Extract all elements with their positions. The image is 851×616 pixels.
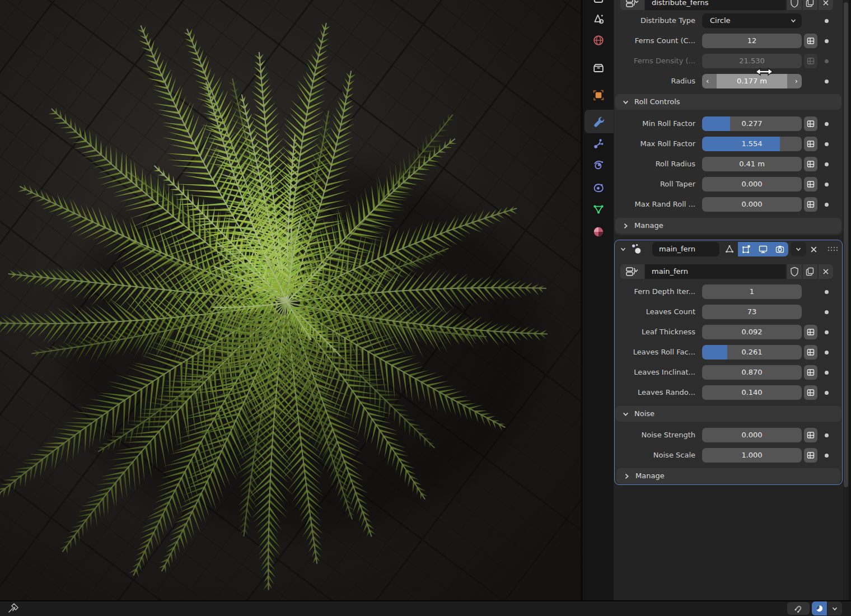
decorator-dot[interactable] [825, 142, 829, 146]
leaves-roll-slider[interactable]: 0.261 [702, 345, 802, 360]
input-attribute-toggle[interactable] [804, 116, 817, 131]
duplicate-data-button[interactable] [803, 0, 817, 10]
manage-header-main-fern[interactable]: Manage [616, 468, 840, 484]
on-cage-display-toggle-on[interactable] [738, 242, 755, 256]
material-tab-icon[interactable] [592, 225, 605, 239]
fern-depth-field[interactable]: 1 [702, 284, 802, 299]
modifier-name-field[interactable]: main_fern [652, 242, 719, 256]
object-data-tab-icon[interactable] [592, 203, 605, 216]
decorator-dot[interactable] [825, 80, 829, 83]
fake-user-shield-button[interactable] [787, 0, 802, 10]
object-tab-icon[interactable] [592, 88, 605, 102]
decorator-dot[interactable] [825, 162, 829, 166]
input-attribute-toggle[interactable] [804, 385, 817, 400]
particles-tab-icon[interactable] [592, 137, 605, 151]
unlink-node-group-button[interactable] [819, 0, 833, 10]
attribute-icon [806, 348, 815, 357]
distribute-type-dropdown[interactable]: Circle [702, 13, 802, 28]
input-attribute-toggle[interactable] [804, 325, 817, 339]
input-attribute-toggle[interactable] [804, 157, 817, 171]
node-tree-selector-button[interactable] [620, 0, 644, 10]
view-layer-tab-icon[interactable] [592, 0, 605, 6]
slider-right-arrow[interactable]: › [795, 74, 798, 88]
decorator-dot[interactable] [825, 330, 829, 334]
shield-icon [790, 0, 799, 8]
input-attribute-toggle[interactable] [804, 448, 817, 463]
render-display-toggle-on[interactable] [771, 242, 788, 256]
noise-header[interactable]: Noise [615, 406, 841, 422]
leaves-count-field[interactable]: 73 [702, 305, 802, 319]
scene-tab-icon[interactable] [592, 12, 605, 26]
leaves-inclination-row: Leaves Inclinat... 0.870 [616, 365, 841, 380]
leaf-thickness-label: Leaf Thickness [616, 325, 695, 339]
node-group-name-field[interactable]: distribute_ferns [645, 0, 786, 10]
leaf-thickness-field[interactable]: 0.092 [702, 325, 802, 339]
roll-controls-header[interactable]: Roll Controls [615, 94, 841, 110]
decorator-dot[interactable] [825, 454, 829, 458]
scrollbar-thumb[interactable] [844, 2, 848, 487]
decorator-dot[interactable] [825, 310, 829, 314]
decorator-dot[interactable] [825, 351, 829, 354]
attribute-icon [806, 200, 815, 209]
unlink-node-group-button[interactable] [819, 264, 833, 279]
leaves-randomize-field[interactable]: 0.140 [702, 385, 802, 400]
roll-taper-row: Roll Taper 0.000 [616, 177, 841, 192]
edit-mode-display-toggle[interactable] [721, 242, 738, 256]
noise-scale-field[interactable]: 1.000 [702, 448, 802, 463]
input-attribute-toggle[interactable] [804, 345, 817, 360]
input-attribute-toggle[interactable] [804, 428, 817, 442]
leaf-thickness-row: Leaf Thickness 0.092 [616, 325, 841, 339]
world-tab-icon[interactable] [592, 34, 605, 47]
physics-tab-icon[interactable] [592, 158, 605, 172]
node-group-name-field[interactable]: main_fern [645, 264, 786, 279]
close-icon [822, 268, 829, 275]
roll-taper-field[interactable]: 0.000 [702, 177, 802, 192]
decorator-dot[interactable] [825, 122, 829, 126]
pin-icon[interactable] [7, 603, 20, 615]
decorator-dot[interactable] [825, 433, 829, 437]
roll-taper-label: Roll Taper [616, 177, 695, 192]
leaves-inclination-field[interactable]: 0.870 [702, 365, 802, 380]
input-attribute-toggle[interactable] [804, 177, 817, 192]
decorator-dot[interactable] [825, 371, 829, 375]
status-dropdown-button[interactable] [827, 601, 842, 615]
fake-user-shield-button[interactable] [787, 264, 802, 279]
noise-scale-row: Noise Scale 1.000 [616, 448, 841, 463]
radius-slider-hovered[interactable]: ‹ › 0.177 m [702, 74, 802, 88]
decorator-dot[interactable] [825, 203, 829, 207]
manage-header-distribute[interactable]: Manage [615, 218, 841, 234]
chevron-down-icon [622, 410, 629, 418]
expand-chevron-icon[interactable] [619, 246, 627, 253]
input-attribute-toggle[interactable] [804, 34, 817, 48]
max-roll-factor-slider[interactable]: 1.554 [702, 137, 802, 151]
roll-radius-field[interactable]: 0.41 m [702, 157, 802, 171]
duplicate-data-button[interactable] [803, 264, 817, 279]
modifier-extras-menu[interactable] [791, 242, 806, 256]
min-roll-factor-slider[interactable]: 0.277 [702, 116, 802, 131]
realtime-display-toggle-on[interactable] [755, 242, 771, 256]
decorator-dot[interactable] [825, 290, 829, 294]
input-attribute-toggle[interactable] [804, 197, 817, 212]
max-rand-roll-field[interactable]: 0.000 [702, 197, 802, 212]
input-attribute-toggle[interactable] [804, 137, 817, 151]
noise-strength-field[interactable]: 0.000 [702, 428, 802, 442]
modifiers-tab-icon-active[interactable] [592, 115, 605, 128]
decorator-dot[interactable] [825, 391, 829, 395]
decorator-dot[interactable] [825, 19, 829, 23]
node-tree-selector-button[interactable] [620, 264, 644, 279]
attribute-icon [806, 328, 815, 337]
decorator-dot[interactable] [825, 183, 829, 186]
slider-left-arrow[interactable]: ‹ [706, 74, 709, 88]
browse-sphere-button[interactable] [812, 601, 827, 615]
delete-modifier-button[interactable] [808, 244, 819, 255]
input-attribute-toggle[interactable] [804, 365, 817, 380]
snap-magnet-button[interactable] [787, 602, 810, 615]
constraints-tab-icon[interactable] [592, 181, 605, 194]
chevron-down-icon [831, 605, 838, 612]
3d-viewport[interactable] [0, 0, 581, 600]
collection-tab-icon[interactable] [592, 62, 605, 75]
leaves-count-label: Leaves Count [616, 305, 695, 319]
decorator-dot[interactable] [825, 39, 829, 43]
modifier-drag-handle[interactable] [827, 246, 838, 253]
ferns-count-field[interactable]: 12 [702, 34, 802, 48]
